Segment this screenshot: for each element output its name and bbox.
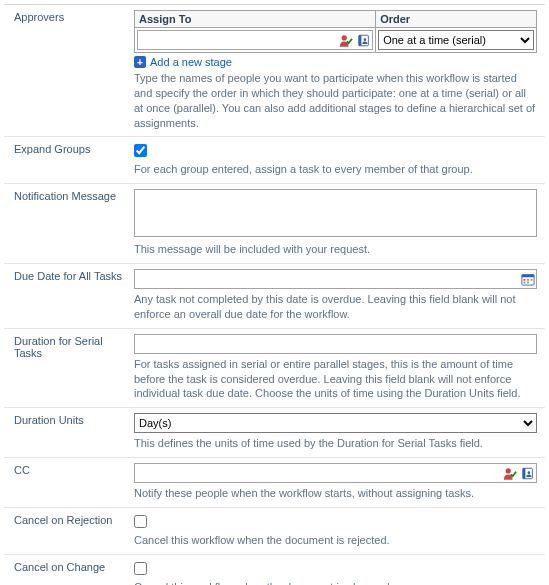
cc-input[interactable] [134,463,537,483]
duration-serial-input[interactable] [134,334,537,354]
duration-units-label: Duration Units [4,408,134,458]
row-cc: CC Notify these people when the workflow… [4,458,545,508]
svg-point-0 [341,35,346,40]
order-select[interactable]: One at a time (serial) [378,30,534,50]
svg-rect-6 [524,279,526,281]
duration-units-help: This defines the units of time used by t… [134,436,537,451]
svg-point-14 [527,471,530,474]
assign-to-header: Assign To [135,11,376,28]
due-date-input[interactable] [134,269,537,289]
notification-textarea[interactable] [134,189,537,237]
svg-rect-13 [522,468,525,479]
duration-serial-label: Duration for Serial Tasks [4,328,134,408]
cancel-rejection-checkbox[interactable] [134,515,147,528]
cancel-change-label: Cancel on Change [4,554,134,585]
calendar-icon[interactable] [519,269,537,289]
svg-rect-10 [527,282,529,284]
expand-groups-label: Expand Groups [4,137,134,184]
expand-groups-checkbox[interactable] [134,144,147,157]
cancel-change-help: Cancel this workflow when the document i… [134,580,537,585]
add-stage-link[interactable]: + Add a new stage [134,56,537,68]
cancel-change-checkbox[interactable] [134,562,147,575]
check-names-icon[interactable] [502,466,517,481]
row-cancel-rejection: Cancel on Rejection Cancel this workflow… [4,507,545,554]
row-duration-units: Duration Units Day(s) This defines the u… [4,408,545,458]
add-icon: + [134,56,146,68]
svg-point-11 [505,468,510,473]
svg-point-3 [363,38,366,41]
svg-rect-5 [522,275,534,278]
cc-label: CC [4,458,134,508]
due-date-label: Due Date for All Tasks [4,264,134,329]
cancel-rejection-label: Cancel on Rejection [4,507,134,554]
expand-groups-help: For each group entered, assign a task to… [134,162,537,177]
row-expand-groups: Expand Groups For each group entered, as… [4,137,545,184]
row-approvers: Approvers Assign To Order [4,5,545,137]
svg-rect-2 [358,35,361,46]
workflow-settings-table: Approvers Assign To Order [4,4,545,585]
order-header: Order [376,11,537,28]
row-duration-serial: Duration for Serial Tasks For tasks assi… [4,328,545,408]
row-due-date: Due Date for All Tasks Any task not comp… [4,264,545,329]
cancel-rejection-help: Cancel this workflow when the document i… [134,533,537,548]
row-cancel-change: Cancel on Change Cancel this workflow wh… [4,554,545,585]
notification-label: Notification Message [4,184,134,264]
duration-serial-help: For tasks assigned in serial or entire p… [134,357,537,402]
address-book-icon[interactable] [356,33,371,48]
approvers-help: Type the names of people you want to par… [134,71,537,130]
svg-rect-8 [531,279,533,281]
due-date-help: Any task not completed by this date is o… [134,292,537,322]
cc-help: Notify these people when the workflow st… [134,486,537,501]
approvers-stage-table: Assign To Order [134,10,537,53]
add-stage-label: Add a new stage [150,56,232,68]
address-book-icon[interactable] [520,466,535,481]
notification-help: This message will be included with your … [134,242,537,257]
svg-rect-7 [527,279,529,281]
row-notification: Notification Message This message will b… [4,184,545,264]
svg-rect-9 [524,282,526,284]
approvers-label: Approvers [4,5,134,137]
duration-units-select[interactable]: Day(s) [134,413,537,433]
check-names-icon[interactable] [338,33,353,48]
